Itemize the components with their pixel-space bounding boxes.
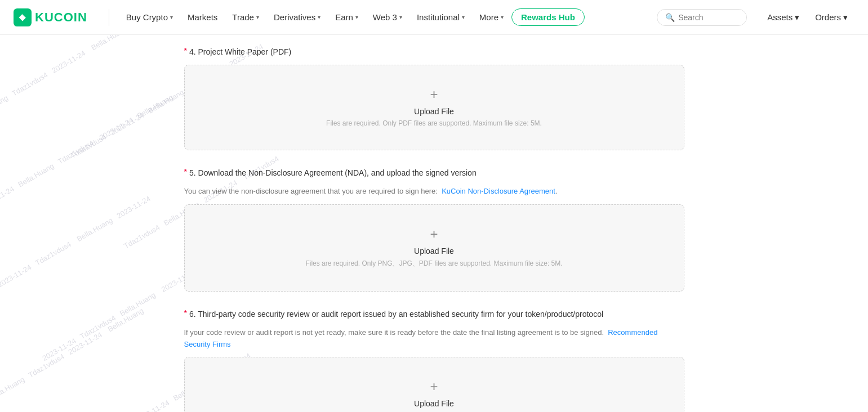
upload-label-6: Upload File xyxy=(414,399,454,408)
nav-right: Assets ▾ Orders ▾ xyxy=(760,8,854,27)
nav-trade[interactable]: Trade ▾ xyxy=(225,8,266,26)
section-5-label: * 5. Download the Non-Disclosure Agreeme… xyxy=(184,167,684,179)
derivatives-chevron-icon: ▾ xyxy=(318,14,321,20)
nav-markets[interactable]: Markets xyxy=(181,8,224,26)
upload-hint-5: Files are required. Only PNG、JPG、PDF fil… xyxy=(305,259,562,268)
nav-buy-crypto-label: Buy Crypto xyxy=(126,12,168,22)
nav-more[interactable]: More ▾ xyxy=(473,8,510,26)
section-6-label-text: 6. Third-party code security review or a… xyxy=(189,308,603,320)
upload-box-5[interactable]: + Upload File Files are required. Only P… xyxy=(184,204,684,292)
nav-web3-label: Web 3 xyxy=(373,12,397,22)
search-box[interactable]: 🔍 xyxy=(657,9,747,26)
required-star-4: * xyxy=(184,46,187,55)
section-6: * 6. Third-party code security review or… xyxy=(175,308,693,412)
section-6-label: * 6. Third-party code security review or… xyxy=(184,308,684,320)
nav-derivatives-label: Derivatives xyxy=(274,12,315,22)
upload-plus-icon-4: + xyxy=(430,88,438,101)
upload-plus-icon-5: + xyxy=(430,227,438,241)
section-5: * 5. Download the Non-Disclosure Agreeme… xyxy=(175,167,693,292)
upload-label-5: Upload File xyxy=(414,247,454,256)
nav-web3[interactable]: Web 3 ▾ xyxy=(366,8,409,26)
navbar: KUCOIN Buy Crypto ▾ Markets Trade ▾ Deri… xyxy=(0,0,868,35)
watermark-5: Bella.Huang 2023-11-24 Tdaz1vdus4 Bella.… xyxy=(0,194,152,312)
nav-earn-label: Earn xyxy=(335,12,353,22)
more-chevron-icon: ▾ xyxy=(501,14,504,20)
upload-hint-4: Files are required. Only PDF files are s… xyxy=(326,119,542,127)
watermark-7: Bella.Huang Tdaz1vdus4 2023-11-24 Bella.… xyxy=(0,306,145,402)
section-5-label-text: 5. Download the Non-Disclosure Agreement… xyxy=(189,167,477,179)
nav-divider xyxy=(109,9,109,26)
earn-chevron-icon: ▾ xyxy=(355,14,358,20)
nav-institutional-label: Institutional xyxy=(417,12,460,22)
required-star-5: * xyxy=(184,167,187,176)
section-5-sub: You can view the non-disclosure agreemen… xyxy=(184,186,684,198)
upload-plus-icon-6: + xyxy=(430,380,438,393)
assets-chevron-icon: ▾ xyxy=(795,12,799,23)
nda-link[interactable]: KuCoin Non-Disclosure Agreement xyxy=(442,187,555,195)
nav-markets-label: Markets xyxy=(188,12,217,22)
section-4-label-text: 4. Project White Paper (PDF) xyxy=(189,46,291,58)
nav-assets[interactable]: Assets ▾ xyxy=(760,8,806,27)
nav-trade-label: Trade xyxy=(232,12,254,22)
logo[interactable]: KUCOIN xyxy=(14,8,87,26)
nav-buy-crypto[interactable]: Buy Crypto ▾ xyxy=(119,8,180,26)
institutional-chevron-icon: ▾ xyxy=(462,14,465,20)
nav-rewards-hub[interactable]: Rewards Hub xyxy=(511,8,585,26)
nav-items: Buy Crypto ▾ Markets Trade ▾ Derivatives… xyxy=(119,8,648,26)
upload-label-4: Upload File xyxy=(414,107,454,116)
section-4-label: * 4. Project White Paper (PDF) xyxy=(184,46,684,58)
main-content: * 4. Project White Paper (PDF) + Upload … xyxy=(175,35,693,412)
upload-box-6[interactable]: + Upload File Files are required. Only P… xyxy=(184,357,684,412)
web3-chevron-icon: ▾ xyxy=(399,14,402,20)
section-6-sub: If your code review or audit report is n… xyxy=(184,327,684,351)
nav-orders-label: Orders xyxy=(815,12,841,22)
nav-rewards-hub-label: Rewards Hub xyxy=(521,12,575,22)
search-input[interactable] xyxy=(678,13,738,22)
orders-chevron-icon: ▾ xyxy=(843,12,848,23)
nav-derivatives[interactable]: Derivatives ▾ xyxy=(267,8,327,26)
required-star-6: * xyxy=(184,308,187,317)
watermark-3: 2023-11-24 Bella.Huang Tdaz1vdus4 2023-1… xyxy=(0,93,175,211)
nav-earn[interactable]: Earn ▾ xyxy=(328,8,365,26)
upload-box-4[interactable]: + Upload File Files are required. Only P… xyxy=(184,65,684,150)
trade-chevron-icon: ▾ xyxy=(256,14,259,20)
security-firms-link[interactable]: Recommended Security Firms xyxy=(184,328,658,348)
logo-text: KUCOIN xyxy=(35,10,87,25)
nav-assets-label: Assets xyxy=(767,12,793,22)
search-icon: 🔍 xyxy=(665,13,675,22)
buy-crypto-chevron-icon: ▾ xyxy=(170,14,173,20)
section-4: * 4. Project White Paper (PDF) + Upload … xyxy=(175,46,693,150)
nav-institutional[interactable]: Institutional ▾ xyxy=(410,8,471,26)
nav-orders[interactable]: Orders ▾ xyxy=(808,8,854,27)
nav-more-label: More xyxy=(479,12,498,22)
